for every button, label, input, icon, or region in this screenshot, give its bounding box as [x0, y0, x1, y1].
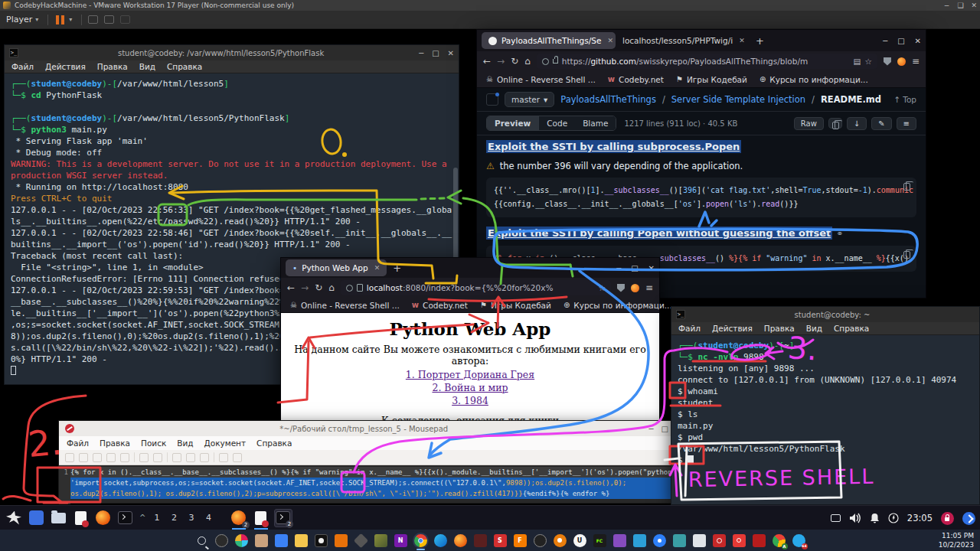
extension-firefox-icon[interactable]	[631, 284, 639, 292]
panel-expand-icon[interactable]: ^	[139, 514, 145, 522]
copy-icon[interactable]	[186, 453, 195, 462]
tab-preview[interactable]: Preview	[487, 116, 539, 130]
tab-payloadsallthethings[interactable]: PayloadsAllTheThings/Se ✕	[482, 32, 616, 49]
maximize-button[interactable]: □	[432, 49, 439, 57]
bookmark-star-icon[interactable]: ☆	[599, 283, 606, 292]
menu-view[interactable]: Вид	[806, 324, 822, 333]
bookmark-codeby[interactable]: wCodeby.net	[412, 301, 468, 310]
menu-actions[interactable]: Действия	[45, 62, 86, 71]
taskbar-icon-gear-red-1[interactable]	[713, 534, 726, 547]
book-link-war-and-peace[interactable]: 2. Война и мир	[281, 381, 659, 394]
taskbar-icon-app-darkred[interactable]	[474, 534, 487, 547]
taskbar-icon-telegram[interactable]: 64	[792, 534, 805, 547]
taskbar-icon-windows-start[interactable]	[175, 534, 188, 547]
maximize-button[interactable]: ❑	[957, 2, 963, 9]
menu-view[interactable]: Вид	[177, 439, 193, 448]
taskbar-icon-unreal[interactable]: U	[573, 534, 586, 547]
taskbar-icon-vmware[interactable]	[374, 534, 387, 547]
firefox-window-webapp[interactable]: • Python Web App ✕ + ─ □ ✕ ← → ↻ ⌂ local…	[280, 257, 660, 430]
close-button[interactable]: ✕	[448, 49, 454, 57]
taskbar-icon-edge[interactable]	[434, 534, 447, 547]
power-icon[interactable]	[888, 513, 899, 523]
url-bar[interactable]: localhost:8080/index?book={%%20for%20x% …	[341, 280, 611, 295]
maximize-button[interactable]: □	[662, 425, 668, 433]
notifications-icon[interactable]	[870, 513, 880, 523]
display-icon[interactable]	[831, 514, 841, 522]
breadcrumb-repo[interactable]: PayloadsAllTheThings	[560, 94, 656, 105]
workspace-switcher[interactable]: 1 2 3 4	[154, 513, 216, 523]
menu-edit[interactable]: Правка	[97, 62, 128, 71]
url-bar[interactable]: https://github.com/swisskyrepo/PayloadsA…	[537, 54, 877, 69]
breadcrumb-dir[interactable]: Server Side Template Injection	[671, 94, 805, 105]
taskbar-icon-gear-red-2[interactable]	[733, 534, 746, 547]
menu-help[interactable]: Справка	[256, 439, 292, 448]
bookmark-star-icon[interactable]: ☆	[865, 57, 872, 66]
tab-code[interactable]: Code	[539, 116, 575, 130]
outline-icon[interactable]: ≡	[897, 117, 916, 130]
raw-button[interactable]: Raw	[794, 117, 824, 130]
taskbar-icon-3d-viewer[interactable]	[353, 533, 368, 547]
player-menu[interactable]: Player	[6, 15, 32, 24]
minimize-button[interactable]: −	[944, 2, 950, 9]
edit-icon[interactable]: ✎	[871, 117, 891, 130]
menu-search[interactable]: Поиск	[141, 439, 166, 448]
close-button[interactable]: ✕	[971, 2, 977, 9]
new-file-icon[interactable]	[65, 453, 74, 462]
taskbar-icon-vscode[interactable]	[633, 534, 646, 547]
mousepad-launcher-icon[interactable]	[71, 509, 90, 527]
save-icon[interactable]	[93, 453, 102, 462]
bookmark-games[interactable]: ⚑Игры Кодебай	[676, 75, 747, 84]
bookmark-codeby[interactable]: wCodeby.net	[608, 75, 664, 84]
tab-blame[interactable]: Blame	[575, 116, 616, 130]
taskbar-icon-dark-ring[interactable]	[534, 534, 547, 547]
taskbar-icon-calendar[interactable]	[275, 534, 288, 547]
taskbar-icon-fancontrol[interactable]: FC	[593, 534, 606, 547]
app-menu-icon[interactable]: ≡	[912, 56, 920, 67]
taskbar-icon-dbeaver[interactable]	[673, 534, 686, 547]
find-icon[interactable]	[219, 453, 228, 462]
pause-vm-button[interactable]	[56, 15, 64, 24]
reload-icon[interactable]: ↻	[315, 282, 322, 293]
cut-icon[interactable]	[172, 453, 181, 462]
running-terminal[interactable]: 2	[274, 509, 292, 527]
taskbar-icon-firefox[interactable]	[454, 534, 467, 547]
player-menu-caret[interactable]: ▾	[35, 16, 38, 23]
taskbar-icon-blender[interactable]	[554, 534, 567, 547]
mousepad-window[interactable]: *~/Рабочий стол/tmp_lesson_5 - Mousepad …	[58, 420, 675, 504]
home-icon[interactable]: ⌂	[524, 56, 531, 67]
lock-icon[interactable]	[941, 512, 954, 525]
taskbar-icon-toolbox[interactable]	[753, 534, 766, 547]
terminal-nc-titlebar[interactable]: >_ student@codeby: ~	[671, 307, 979, 322]
menu-help[interactable]: Справка	[834, 324, 869, 333]
tab-python-web-app[interactable]: • Python Web App ✕	[286, 259, 387, 276]
home-icon[interactable]: ⌂	[328, 282, 335, 293]
bookmark-reverse-shell[interactable]: ☠Online - Reverse Shell ...	[486, 75, 596, 84]
fullscreen-icon[interactable]	[104, 15, 114, 24]
running-mousepad[interactable]	[252, 509, 270, 527]
maximize-button[interactable]: □	[897, 37, 904, 45]
permissions-icon[interactable]	[542, 58, 549, 65]
forward-icon[interactable]: →	[301, 282, 309, 293]
pause-caret[interactable]: ▾	[69, 16, 72, 23]
copy-code-icon[interactable]	[903, 183, 910, 191]
mousepad-editor[interactable]: 1 {% for x in ().__class__.__base__.__su…	[59, 465, 675, 504]
tab-close-icon[interactable]: ✕	[374, 264, 381, 272]
copy-code-icon[interactable]	[903, 251, 910, 259]
terminal-flask-titlebar[interactable]: >_ student@codeby: /var/www/html/lesson5…	[5, 45, 459, 60]
redo-icon[interactable]	[153, 453, 162, 462]
bookmark-courses[interactable]: ⊕Курсы по информаци...	[760, 75, 868, 84]
book-link-1984[interactable]: 3. 1984	[281, 394, 659, 407]
back-icon[interactable]: ←	[287, 282, 295, 293]
maximize-button[interactable]: □	[631, 264, 638, 272]
send-ctrl-alt-del-icon[interactable]	[88, 15, 98, 24]
minimize-button[interactable]: ─	[616, 264, 621, 272]
taskbar-icon-powertoys[interactable]	[215, 534, 228, 547]
terminal-launcher-icon[interactable]	[116, 509, 134, 527]
file-manager-icon[interactable]	[49, 509, 67, 527]
minimize-button[interactable]: ─	[419, 49, 423, 57]
back-icon[interactable]: ←	[483, 56, 491, 67]
bookmark-courses[interactable]: ⊕Курсы по информаци...	[564, 301, 672, 310]
taskbar-icon-portrait[interactable]	[255, 534, 268, 547]
close-button[interactable]: ✕	[648, 264, 655, 272]
top-link[interactable]: ↑ Top	[893, 95, 916, 104]
